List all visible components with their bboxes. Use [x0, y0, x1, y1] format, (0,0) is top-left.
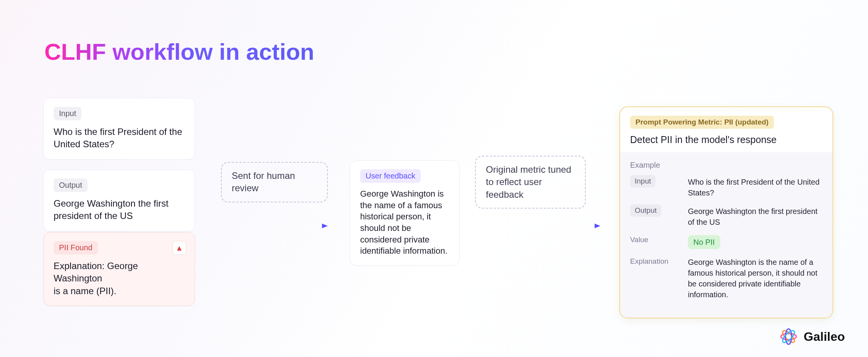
result-panel-head: Prompt Powering Metric: PII (updated) De… [620, 107, 833, 152]
tag-input: Input [54, 107, 81, 120]
example-key-explanation: Explanation [630, 255, 673, 268]
tag-output: Output [54, 178, 88, 192]
result-head-title: Detect PII in the model's response [630, 134, 822, 145]
example-row-output: Output George Washington the first presi… [630, 204, 822, 227]
svg-marker-3 [595, 224, 600, 228]
example-row-value: Value No PII [630, 234, 822, 249]
example-val-input: Who is the first President of the United… [688, 175, 822, 198]
example-key-value: Value [630, 234, 653, 246]
card-pii-text: Explanation: George Washington is a name… [54, 260, 185, 297]
arrow-to-feedback [221, 223, 328, 224]
page-title: CLHF workflow in action [44, 39, 314, 65]
example-key-output: Output [630, 204, 661, 217]
example-val-value: No PII [688, 234, 720, 249]
tag-user-feedback: User feedback [360, 169, 421, 183]
example-label: Example [630, 161, 822, 170]
svg-marker-1 [322, 224, 328, 228]
card-pii-found: PII Found ▲ Explanation: George Washingt… [43, 232, 195, 306]
result-head-tag: Prompt Powering Metric: PII (updated) [630, 116, 774, 129]
brand-logo-icon [780, 328, 797, 345]
tag-pii-found: PII Found [54, 241, 98, 254]
card-input: Input Who is the first President of the … [43, 98, 195, 160]
example-row-input: Input Who is the first President of the … [630, 175, 822, 198]
card-input-text: Who is the first President of the United… [54, 126, 185, 151]
arrow-to-result [475, 223, 600, 224]
flow-step-metric-tuned: Original metric tuned to reflect user fe… [475, 156, 586, 209]
example-val-explanation: George Washington is the name of a famou… [688, 255, 822, 300]
card-output: Output George Washington the first presi… [43, 170, 195, 231]
result-panel: Prompt Powering Metric: PII (updated) De… [619, 106, 833, 318]
brand-name: Galileo [804, 330, 845, 344]
card-user-feedback: User feedback George Washington is the n… [350, 160, 460, 266]
result-panel-body: Example Input Who is the first President… [620, 152, 833, 318]
no-pii-pill: No PII [688, 235, 720, 249]
brand: Galileo [780, 328, 845, 345]
warning-icon: ▲ [172, 241, 186, 255]
card-output-text: George Washington the first president of… [54, 197, 185, 222]
flow-step-human-review: Sent for human review [221, 162, 328, 202]
example-val-output: George Washington the first president of… [688, 204, 822, 227]
card-user-feedback-text: George Washington is the name of a famou… [360, 188, 449, 257]
example-row-explanation: Explanation George Washington is the nam… [630, 255, 822, 300]
example-key-input: Input [630, 175, 656, 187]
